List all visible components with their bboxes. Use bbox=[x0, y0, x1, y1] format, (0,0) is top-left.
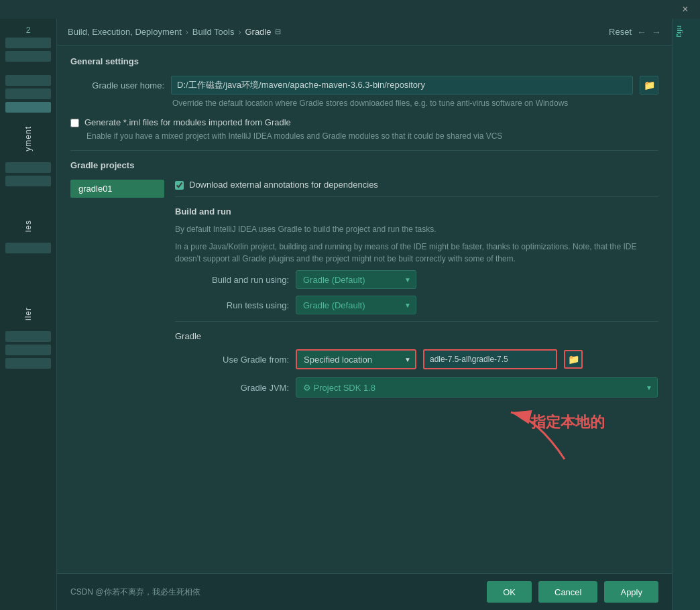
sidebar-icon-4[interactable] bbox=[5, 88, 51, 99]
ok-button[interactable]: OK bbox=[487, 581, 532, 603]
gradle-path-input[interactable] bbox=[423, 349, 557, 369]
gradle-home-hint: Override the default location where Grad… bbox=[172, 99, 658, 108]
breadcrumb-sep-2: › bbox=[238, 27, 241, 37]
nav-forward-button[interactable]: → bbox=[652, 27, 661, 38]
main-panel: Build, Execution, Deployment › Build Too… bbox=[57, 19, 672, 610]
gradle-section-title: Gradle bbox=[175, 331, 658, 341]
right-config-panel: nfig bbox=[672, 19, 700, 610]
breadcrumb-item-1[interactable]: Build, Execution, Deployment bbox=[68, 27, 182, 37]
gradle-home-folder-button[interactable]: 📁 bbox=[640, 76, 658, 95]
breadcrumb-sep-1: › bbox=[186, 27, 188, 37]
gradle-jvm-row: Gradle JVM: ⚙ Project SDK 1.8 ▼ bbox=[175, 377, 658, 398]
run-tests-select[interactable]: Gradle (Default) bbox=[296, 296, 416, 314]
settings-header: Build, Execution, Deployment › Build Too… bbox=[57, 19, 672, 46]
build-using-select[interactable]: Gradle (Default) bbox=[296, 270, 416, 289]
gradle-path-folder-button[interactable]: 📁 bbox=[564, 350, 583, 369]
run-tests-label: Run tests using: bbox=[175, 300, 289, 310]
annotation-area: 指定本地的 bbox=[175, 406, 658, 473]
settings-content: General settings Gradle user home: 📁 Ove… bbox=[57, 46, 672, 573]
divider-1 bbox=[70, 150, 658, 151]
build-using-label: Build and run using: bbox=[175, 275, 289, 285]
header-actions: Reset ← → bbox=[609, 27, 661, 38]
projects-list: gradle01 bbox=[70, 180, 164, 473]
sidebar-number: 2 bbox=[26, 25, 31, 35]
gradle-user-home-row: Gradle user home: 📁 bbox=[70, 76, 658, 95]
sidebar-icon-10[interactable] bbox=[5, 345, 51, 355]
sidebar-icon-5[interactable] bbox=[5, 102, 51, 113]
right-panel-text: nfig bbox=[673, 19, 684, 38]
divider-2 bbox=[175, 196, 658, 197]
use-gradle-from-select[interactable]: Specified location bbox=[296, 349, 416, 369]
projects-area: gradle01 Download external annotations f… bbox=[70, 180, 658, 473]
nav-back-button[interactable]: ← bbox=[637, 27, 646, 38]
sidebar-icon-1[interactable] bbox=[5, 38, 51, 48]
sidebar-icon-7[interactable] bbox=[5, 176, 51, 186]
sidebar-label-ies: ies bbox=[23, 220, 33, 232]
generate-iml-row: Generate *.iml files for modules importe… bbox=[70, 117, 658, 127]
title-bar: × bbox=[0, 0, 700, 19]
project-item-gradle01[interactable]: gradle01 bbox=[70, 180, 164, 198]
sidebar-items bbox=[0, 38, 56, 62]
use-gradle-from-row: Use Gradle from: Specified location ▼ 📁 bbox=[175, 349, 658, 369]
sidebar-label-ment: yment bbox=[23, 126, 33, 151]
generate-iml-hint: Enable if you have a mixed project with … bbox=[86, 131, 658, 141]
gradle-user-home-input[interactable] bbox=[171, 76, 633, 95]
download-annotations-checkbox[interactable] bbox=[175, 181, 184, 190]
generate-iml-checkbox[interactable] bbox=[70, 119, 79, 127]
build-run-info2: In a pure Java/Kotlin project, building … bbox=[175, 241, 658, 265]
breadcrumb: Build, Execution, Deployment › Build Too… bbox=[68, 27, 281, 37]
run-tests-wrapper: Gradle (Default) ▼ bbox=[296, 296, 416, 314]
close-button[interactable]: × bbox=[676, 0, 695, 19]
run-tests-row: Run tests using: Gradle (Default) ▼ bbox=[175, 296, 658, 314]
build-using-wrapper: Gradle (Default) ▼ bbox=[296, 270, 416, 289]
sidebar-icon-2[interactable] bbox=[5, 51, 51, 62]
sidebar-icon-9[interactable] bbox=[5, 331, 51, 342]
reset-button[interactable]: Reset bbox=[609, 27, 632, 37]
build-run-title: Build and run bbox=[175, 206, 658, 217]
bottom-buttons: OK Cancel Apply bbox=[487, 581, 658, 603]
sidebar-icon-3[interactable] bbox=[5, 75, 51, 86]
apply-button[interactable]: Apply bbox=[604, 581, 658, 603]
settings-icon: ⊟ bbox=[275, 27, 281, 36]
gradle-jvm-label: Gradle JVM: bbox=[175, 383, 289, 393]
use-gradle-dropdown-wrapper: Specified location ▼ bbox=[296, 349, 416, 369]
download-annotations-row: Download external annotations for depend… bbox=[175, 180, 658, 190]
bottom-note: CSDN @你若不离弃，我必生死相依 bbox=[70, 587, 200, 598]
breadcrumb-item-2[interactable]: Build Tools bbox=[192, 27, 235, 37]
sidebar-icon-6[interactable] bbox=[5, 162, 51, 173]
download-annotations-label: Download external annotations for depend… bbox=[189, 180, 378, 190]
build-run-info1: By default IntelliJ IDEA uses Gradle to … bbox=[175, 223, 658, 235]
sidebar-icon-8[interactable] bbox=[5, 243, 51, 253]
gradle-jvm-wrapper: ⚙ Project SDK 1.8 ▼ bbox=[296, 377, 658, 398]
sidebar-icon-11[interactable] bbox=[5, 358, 51, 369]
cancel-button[interactable]: Cancel bbox=[538, 581, 597, 603]
sidebar-label-iler: iler bbox=[23, 307, 33, 320]
gradle-user-home-label: Gradle user home: bbox=[70, 80, 164, 90]
bottom-bar: CSDN @你若不离弃，我必生死相依 OK Cancel Apply bbox=[57, 573, 672, 610]
annotation-text: 指定本地的 bbox=[531, 412, 605, 432]
project-settings: Download external annotations for depend… bbox=[175, 180, 658, 473]
build-using-row: Build and run using: Gradle (Default) ▼ bbox=[175, 270, 658, 289]
use-gradle-from-label: Use Gradle from: bbox=[175, 355, 289, 365]
breadcrumb-item-3[interactable]: Gradle bbox=[245, 27, 271, 37]
gradle-projects-title: Gradle projects bbox=[70, 160, 658, 170]
divider-3 bbox=[175, 321, 658, 322]
sidebar: 2 yment ies iler bbox=[0, 19, 57, 610]
general-settings-title: General settings bbox=[70, 56, 658, 66]
generate-iml-label: Generate *.iml files for modules importe… bbox=[84, 117, 291, 127]
gradle-jvm-select[interactable]: ⚙ Project SDK 1.8 bbox=[296, 377, 658, 398]
